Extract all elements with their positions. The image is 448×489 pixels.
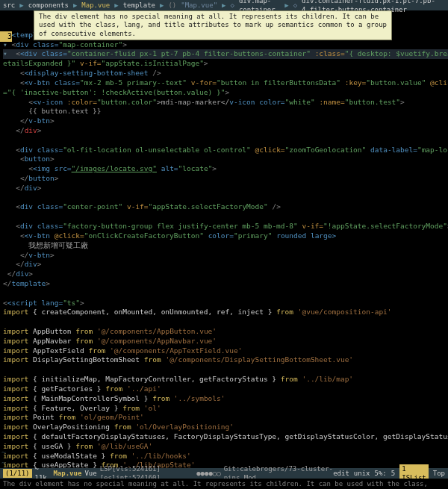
status-edit: edit [333, 469, 349, 478]
minibuffer[interactable]: The div element has no special meaning a… [0, 479, 448, 489]
status-unix: unix [354, 469, 370, 478]
crumb-template[interactable]: template [123, 1, 155, 10]
lsp-hover-tooltip: The div element has no special meaning a… [34, 10, 392, 40]
status-dots: ●●●●○○ [196, 469, 221, 478]
breadcrumb-bar: src ▶ components ▶ Map.vue ▶ template ▶ … [0, 0, 448, 10]
status-bar: (1/11) ~ 11k Map.vue Vue LSP[vls:524161]… [0, 468, 448, 479]
chevron-right-icon: ▶ [114, 1, 118, 10]
status-top: Top [433, 469, 445, 478]
html-tag-icon: ◇ [293, 1, 297, 10]
chevron-right-icon: ▶ [222, 1, 225, 10]
crumb-components[interactable]: components [28, 1, 69, 10]
html-tag-icon: ◇ [230, 1, 234, 10]
status-col: 5 [391, 469, 395, 478]
code-editor[interactable]: ▾<<template> ▾ <div class="map-container… [0, 10, 448, 489]
crumb-src[interactable]: src [3, 1, 15, 10]
chevron-right-icon: ▶ [160, 1, 164, 10]
current-line-number: 3 [0, 31, 12, 42]
crumb-file[interactable]: Map.vue [81, 1, 110, 10]
status-filetype: Vue [84, 469, 96, 478]
gutter: 3 [0, 31, 13, 42]
crumb-paren: () [168, 1, 176, 10]
status-filename: Map.vue [53, 469, 81, 478]
chevron-right-icon: ▶ [19, 1, 23, 10]
crumb-fname2: "Map.vue" [181, 1, 217, 10]
status-pos: (1/11) [3, 469, 32, 478]
chevron-right-icon: ▶ [73, 1, 77, 10]
status-pct: 5%: [375, 469, 387, 478]
chevron-right-icon: ▶ [284, 1, 288, 10]
